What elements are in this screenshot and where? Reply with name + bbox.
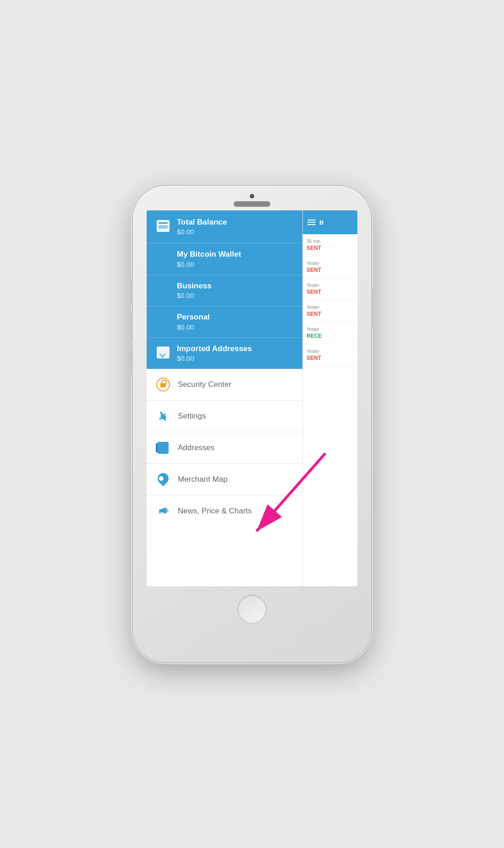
wallet-balance-bitcoin: $0.00 (177, 260, 241, 268)
trans-time: Yester (307, 327, 354, 332)
home-button[interactable] (237, 595, 267, 624)
pin-icon (156, 472, 170, 487)
transaction-item[interactable]: Yester SENT (303, 256, 357, 278)
hamburger-button[interactable] (307, 220, 316, 225)
trans-time: Yester (307, 283, 354, 288)
transaction-item[interactable]: Yester SENT (303, 344, 357, 366)
transaction-list: 36 min SENT Yester SENT Yester SENT Yest… (303, 234, 357, 586)
menu-label-addresses: Addresses (178, 443, 214, 452)
wallet-balance-total: $0.00 (177, 228, 227, 236)
phone-frame: Total Balance $0.00 My Bitcoin Wallet $0… (133, 186, 371, 662)
transactions-title: B (319, 219, 323, 226)
trans-time: Yester (307, 349, 354, 354)
wallet-icon-total (156, 219, 170, 233)
phone-top-bar (133, 186, 371, 210)
menu-item-addresses[interactable]: Addresses (147, 432, 302, 464)
wallet-item-total[interactable]: Total Balance $0.00 (147, 210, 302, 243)
book-icon (156, 441, 170, 455)
speaker (234, 201, 270, 207)
transaction-item[interactable]: Yester RECE (303, 322, 357, 344)
wallet-item-personal[interactable]: Personal $0.00 (147, 306, 302, 337)
wallet-text-personal: Personal $0.00 (156, 313, 210, 330)
menu-label-security: Security Center (178, 380, 231, 389)
wallet-name-bitcoin: My Bitcoin Wallet (177, 250, 241, 259)
wallet-list: Total Balance $0.00 My Bitcoin Wallet $0… (147, 210, 302, 369)
svg-point-8 (166, 510, 168, 512)
menu-item-security[interactable]: Security Center (147, 369, 302, 401)
wallet-name-total: Total Balance (177, 218, 227, 227)
wallet-text-imported: Imported Addresses $0.00 (177, 344, 252, 362)
wallet-item-imported[interactable]: Imported Addresses $0.00 (147, 338, 302, 369)
menu-label-merchant: Merchant Map (178, 475, 228, 484)
wallet-balance-business: $0.00 (177, 292, 212, 299)
wallet-text-bitcoin: My Bitcoin Wallet $0.00 (156, 250, 241, 268)
wallet-icon-imported (156, 345, 170, 360)
lock-icon (156, 377, 170, 392)
wallet-name-personal: Personal (177, 313, 210, 322)
wallet-text-business: Business $0.00 (156, 281, 212, 299)
wallet-item-bitcoin[interactable]: My Bitcoin Wallet $0.00 (147, 243, 302, 275)
wrench-icon (156, 409, 170, 424)
transaction-item[interactable]: 36 min SENT (303, 234, 357, 256)
trans-status: RECE (307, 333, 354, 339)
menu-item-settings[interactable]: Settings (147, 401, 302, 432)
camera-dot (250, 194, 254, 198)
transaction-item[interactable]: Yester SENT (303, 300, 357, 322)
megaphone-icon (156, 504, 170, 518)
svg-rect-7 (159, 512, 161, 514)
transaction-item[interactable]: Yester SENT (303, 278, 357, 300)
wallet-balance-imported: $0.00 (177, 354, 252, 362)
transactions-header: B (303, 210, 357, 234)
trans-status: SENT (307, 355, 354, 361)
trans-time: 36 min (307, 239, 354, 244)
wallet-name-business: Business (177, 281, 212, 291)
menu-label-news: News, Price & Charts (178, 507, 252, 516)
drawer-panel: Total Balance $0.00 My Bitcoin Wallet $0… (147, 210, 302, 586)
svg-rect-6 (159, 510, 161, 512)
menu-item-news[interactable]: News, Price & Charts (147, 496, 302, 527)
wallet-balance-personal: $0.00 (177, 323, 210, 331)
trans-time: Yester (307, 305, 354, 310)
menu-item-merchant[interactable]: Merchant Map (147, 464, 302, 496)
trans-status: SENT (307, 245, 354, 251)
menu-list: Security Center (147, 369, 302, 586)
transactions-panel: B 36 min SENT Yester SENT Yester SENT Ye… (302, 210, 357, 586)
trans-time: Yester (307, 261, 354, 266)
trans-status: SENT (307, 311, 354, 317)
trans-status: SENT (307, 289, 354, 295)
trans-status: SENT (307, 267, 354, 273)
phone-screen: Total Balance $0.00 My Bitcoin Wallet $0… (147, 210, 357, 586)
wallet-text-total: Total Balance $0.00 (177, 218, 227, 236)
wallet-name-imported: Imported Addresses (177, 344, 252, 353)
wallet-item-business[interactable]: Business $0.00 (147, 275, 302, 306)
menu-label-settings: Settings (178, 412, 206, 421)
